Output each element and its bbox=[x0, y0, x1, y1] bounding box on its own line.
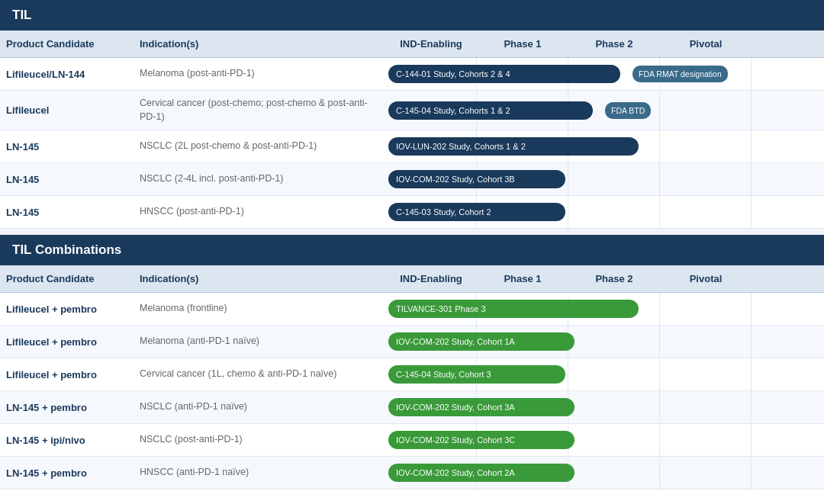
study-bar: C-144-01 Study, Cohorts 2 & 4 bbox=[388, 65, 620, 83]
data-row-til-2: LN-145NSCLC (2L post-chemo & post-anti-P… bbox=[0, 130, 824, 163]
col-header-0: Product Candidate bbox=[0, 30, 134, 57]
col-header-5: Pivotal bbox=[660, 30, 752, 57]
data-row-til-0: Lifileucel/LN-144Melanoma (post-anti-PD-… bbox=[0, 58, 824, 91]
phase-bar-container: C-144-01 Study, Cohorts 2 & 4FDA RMAT de… bbox=[385, 58, 752, 90]
cell-indication: Cervical cancer (1L, chemo & anti-PD-1 n… bbox=[134, 361, 385, 387]
cell-indication: Melanoma (frontline) bbox=[134, 296, 385, 322]
section-header-til-combinations: TIL Combinations bbox=[0, 235, 824, 265]
phase-bar-container: IOV-COM-202 Study, Cohort 1A bbox=[385, 326, 752, 358]
cell-product: Lifileucel + pembro bbox=[0, 330, 134, 354]
phase-bar-container: C-145-04 Study, Cohorts 1 & 2FDA BTD bbox=[385, 91, 752, 130]
col-header-4: Phase 2 bbox=[568, 265, 660, 292]
cell-indication: Cervical cancer (post-chemo; post-chemo … bbox=[134, 91, 385, 130]
cell-product: LN-145 bbox=[0, 168, 134, 191]
study-bar: C-145-04 Study, Cohort 3 bbox=[388, 365, 565, 384]
col-header-row-til: Product CandidateIndication(s)IND-Enabli… bbox=[0, 30, 824, 58]
phase-bar-container: TILVANCE-301 Phase 3 bbox=[385, 293, 752, 325]
data-row-til-combinations-1: Lifileucel + pembroMelanoma (anti-PD-1 n… bbox=[0, 326, 824, 358]
study-bar: IOV-COM-202 Study, Cohort 1A bbox=[388, 332, 575, 351]
fda-badge: FDA RMAT designation bbox=[632, 66, 728, 82]
phase-bar-container: IOV-LUN-202 Study, Cohorts 1 & 2 bbox=[385, 130, 752, 162]
col-header-2: IND-Enabling bbox=[385, 265, 477, 292]
section-divider bbox=[0, 229, 824, 235]
cell-product: Lifileucel bbox=[0, 98, 134, 122]
phase-bar-container: IOV-COM-202 Study, Cohort 3B bbox=[385, 163, 752, 195]
cell-indication: NSCLC (post-anti-PD-1) bbox=[134, 427, 385, 453]
data-row-til-3: LN-145NSCLC (2-4L incl. post-anti-PD-1)I… bbox=[0, 163, 824, 196]
study-bar: IOV-COM-202 Study, Cohort 3A bbox=[388, 398, 575, 416]
col-header-3: Phase 1 bbox=[477, 265, 568, 292]
col-header-row-til-combinations: Product CandidateIndication(s)IND-Enabli… bbox=[0, 265, 824, 293]
cell-indication: Melanoma (anti-PD-1 naïve) bbox=[134, 329, 385, 355]
cell-product: LN-145 + pembro bbox=[0, 396, 134, 419]
data-row-til-combinations-0: Lifileucel + pembroMelanoma (frontline)T… bbox=[0, 293, 824, 326]
cell-product: Lifileucel/LN-144 bbox=[0, 63, 134, 86]
col-header-0: Product Candidate bbox=[0, 265, 134, 292]
study-bar: IOV-COM-202 Study, Cohort 3C bbox=[388, 431, 575, 449]
col-header-5: Pivotal bbox=[660, 265, 752, 292]
cell-indication: HNSCC (anti-PD-1 naïve) bbox=[134, 460, 385, 486]
study-bar: TILVANCE-301 Phase 3 bbox=[388, 300, 639, 318]
col-header-2: IND-Enabling bbox=[385, 30, 477, 57]
study-bar: C-145-03 Study, Cohort 2 bbox=[388, 203, 565, 221]
cell-product: LN-145 + ipi/nivo bbox=[0, 429, 134, 452]
study-bar: C-145-04 Study, Cohorts 1 & 2 bbox=[388, 101, 593, 120]
cell-product: LN-145 bbox=[0, 201, 134, 224]
cell-indication: NSCLC (2L post-chemo & post-anti-PD-1) bbox=[134, 133, 385, 159]
data-row-til-combinations-2: Lifileucel + pembroCervical cancer (1L, … bbox=[0, 358, 824, 391]
data-row-til-combinations-5: LN-145 + pembroHNSCC (anti-PD-1 naïve)IO… bbox=[0, 457, 824, 490]
cell-indication: NSCLC (anti-PD-1 naïve) bbox=[134, 394, 385, 420]
data-row-til-1: LifileucelCervical cancer (post-chemo; p… bbox=[0, 91, 824, 130]
study-bar: IOV-COM-202 Study, Cohort 3B bbox=[388, 170, 565, 188]
cell-indication: NSCLC (2-4L incl. post-anti-PD-1) bbox=[134, 166, 385, 192]
col-header-4: Phase 2 bbox=[568, 30, 660, 57]
data-row-til-combinations-4: LN-145 + ipi/nivoNSCLC (post-anti-PD-1)I… bbox=[0, 424, 824, 457]
cell-product: LN-145 bbox=[0, 135, 134, 159]
cell-product: LN-145 + pembro bbox=[0, 461, 134, 485]
cell-product: Lifileucel + pembro bbox=[0, 297, 134, 321]
phase-bar-container: C-145-03 Study, Cohort 2 bbox=[385, 196, 752, 228]
pipeline-table: TILProduct CandidateIndication(s)IND-Ena… bbox=[0, 0, 824, 490]
section-header-til: TIL bbox=[0, 0, 824, 30]
data-row-til-combinations-3: LN-145 + pembroNSCLC (anti-PD-1 naïve)IO… bbox=[0, 391, 824, 424]
cell-indication: Melanoma (post-anti-PD-1) bbox=[134, 61, 385, 87]
phase-bar-container: IOV-COM-202 Study, Cohort 3C bbox=[385, 424, 752, 456]
col-header-1: Indication(s) bbox=[134, 30, 385, 57]
data-row-til-4: LN-145HNSCC (post-anti-PD-1)C-145-03 Stu… bbox=[0, 196, 824, 229]
phase-bar-container: IOV-COM-202 Study, Cohort 3A bbox=[385, 391, 752, 423]
phase-bar-container: IOV-COM-202 Study, Cohort 2A bbox=[385, 457, 752, 489]
study-bar: IOV-COM-202 Study, Cohort 2A bbox=[388, 464, 575, 482]
cell-indication: HNSCC (post-anti-PD-1) bbox=[134, 199, 385, 225]
col-header-3: Phase 1 bbox=[477, 30, 568, 57]
col-header-1: Indication(s) bbox=[134, 265, 385, 292]
cell-product: Lifileucel + pembro bbox=[0, 363, 134, 387]
fda-badge: FDA BTD bbox=[605, 102, 651, 119]
study-bar: IOV-LUN-202 Study, Cohorts 1 & 2 bbox=[388, 137, 639, 156]
phase-bar-container: C-145-04 Study, Cohort 3 bbox=[385, 358, 752, 390]
